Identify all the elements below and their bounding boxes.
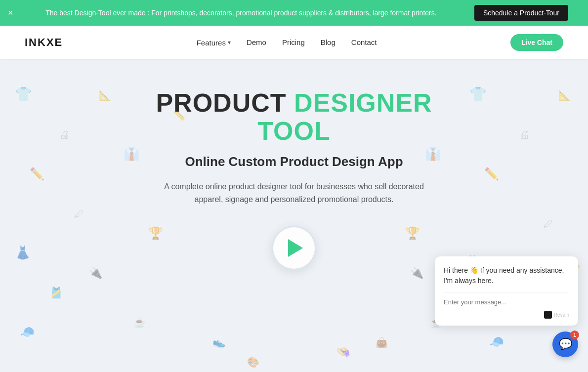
hero-content: PRODUCT DESIGNER TOOL Online Custom Prod…	[121, 89, 467, 270]
logo[interactable]: INKXE	[25, 36, 63, 49]
nav-item-pricing[interactable]: Pricing	[282, 38, 305, 47]
chat-greeting-text: Hi there 👋 If you need any assistance, I…	[444, 265, 569, 286]
nav-links: Features Demo Pricing Blog Contact	[197, 38, 377, 47]
chat-message-input[interactable]	[444, 297, 569, 307]
svg-text:👗: 👗	[15, 245, 31, 260]
hero-subtitle: Online Custom Product Design App	[121, 154, 467, 169]
nav-item-demo[interactable]: Demo	[247, 38, 266, 47]
pricing-link[interactable]: Pricing	[282, 38, 305, 46]
navbar: INKXE Features Demo Pricing Blog Contact…	[0, 26, 588, 59]
demo-link[interactable]: Demo	[247, 38, 266, 46]
hero-title: PRODUCT DESIGNER TOOL	[121, 89, 467, 145]
hero-title-part1: PRODUCT	[156, 88, 294, 117]
svg-text:🎨: 🎨	[247, 356, 259, 368]
svg-text:🎽: 🎽	[49, 286, 63, 299]
svg-text:👒: 👒	[336, 344, 351, 359]
banner-close-button[interactable]: ×	[8, 8, 13, 17]
svg-text:🧢: 🧢	[20, 325, 35, 339]
chat-notification-badge: 1	[570, 331, 579, 339]
svg-text:☕: ☕	[133, 317, 146, 329]
svg-text:👟: 👟	[212, 335, 226, 349]
svg-text:👕: 👕	[15, 86, 32, 102]
chat-bubble-button[interactable]: 💬 1	[552, 331, 578, 357]
schedule-tour-button[interactable]: Schedule a Product-Tour	[474, 5, 568, 21]
revain-icon	[544, 311, 552, 319]
hero-description: A complete online product designer tool …	[156, 180, 432, 206]
svg-text:🖨: 🖨	[59, 128, 70, 141]
blog-link[interactable]: Blog	[321, 38, 336, 46]
nav-item-contact[interactable]: Contact	[351, 38, 377, 47]
svg-text:👜: 👜	[376, 336, 388, 348]
svg-text:👕: 👕	[469, 86, 487, 102]
play-triangle-icon	[288, 239, 303, 257]
chat-divider	[444, 292, 569, 292]
svg-text:✏️: ✏️	[484, 166, 499, 181]
svg-text:✏️: ✏️	[30, 166, 44, 181]
live-chat-button[interactable]: Live Chat	[510, 34, 563, 51]
svg-text:🖊: 🖊	[544, 218, 553, 229]
svg-text:📐: 📐	[99, 89, 111, 101]
play-video-button[interactable]	[272, 226, 316, 270]
svg-text:🖨: 🖨	[519, 128, 530, 141]
revain-branding: Revain	[444, 311, 569, 319]
chat-widget: Hi there 👋 If you need any assistance, I…	[435, 256, 578, 357]
chat-bubble-icon: 💬	[559, 338, 572, 351]
contact-link[interactable]: Contact	[351, 38, 377, 46]
nav-item-blog[interactable]: Blog	[321, 38, 336, 47]
play-button-wrapper	[121, 226, 467, 270]
banner-text: The best Design-Tool ever made : For pri…	[20, 9, 462, 17]
revain-label: Revain	[554, 312, 569, 318]
top-banner: × The best Design-Tool ever made : For p…	[0, 0, 588, 26]
svg-text:📐: 📐	[558, 89, 571, 101]
nav-item-features[interactable]: Features	[197, 39, 231, 47]
chat-box: Hi there 👋 If you need any assistance, I…	[435, 256, 578, 326]
svg-text:🖊: 🖊	[74, 208, 84, 219]
svg-text:🔌: 🔌	[89, 266, 103, 280]
features-link[interactable]: Features	[197, 39, 231, 47]
